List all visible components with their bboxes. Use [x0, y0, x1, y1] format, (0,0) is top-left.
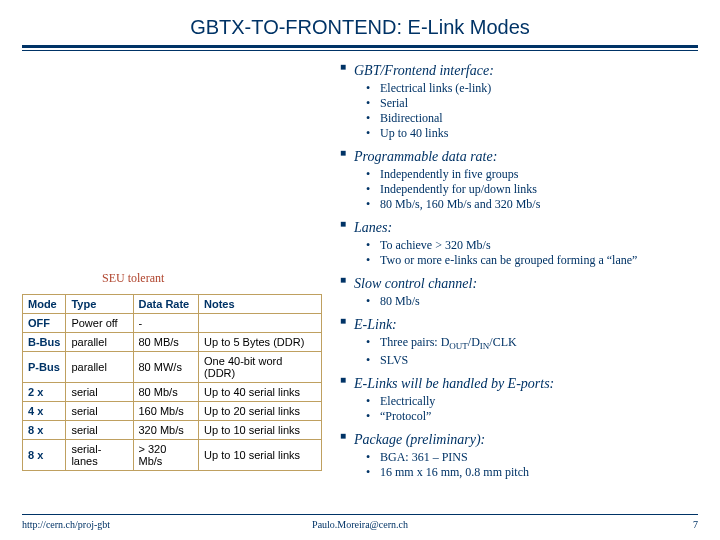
bullet-square-icon: ■: [340, 430, 354, 441]
list-item: Independently for up/down links: [366, 182, 698, 197]
section-items: BGA: 361 – PINS16 mm x 16 mm, 0.8 mm pit…: [366, 450, 698, 480]
table-header: Data Rate: [133, 295, 199, 314]
section: ■E-Links will be handled by E-ports:Elec…: [340, 374, 698, 424]
section-items: 80 Mb/s: [366, 294, 698, 309]
section-title: Slow control channel:: [354, 276, 477, 291]
table-cell: 80 MW/s: [133, 352, 199, 383]
list-item: 80 Mb/s, 160 Mb/s and 320 Mb/s: [366, 197, 698, 212]
section: ■Lanes:To achieve > 320 Mb/sTwo or more …: [340, 218, 698, 268]
section: ■Package (preliminary):BGA: 361 – PINS16…: [340, 430, 698, 480]
footer: http://cern.ch/proj-gbt Paulo.Moreira@ce…: [22, 514, 698, 530]
table-row: OFFPower off-: [23, 314, 322, 333]
section: ■E-Link:Three pairs: DOUT/DIN/CLKSLVS: [340, 315, 698, 368]
table-cell: One 40-bit word (DDR): [199, 352, 322, 383]
table-cell: 80 Mb/s: [133, 383, 199, 402]
table-row: 4 xserial160 Mb/sUp to 20 serial links: [23, 402, 322, 421]
table-cell: 80 MB/s: [133, 333, 199, 352]
section-items: Electrically“Protocol”: [366, 394, 698, 424]
footer-url: http://cern.ch/proj-gbt: [22, 519, 110, 530]
section-title: Programmable data rate:: [354, 149, 497, 164]
title-rule-thin: [22, 50, 698, 51]
table-cell: [199, 314, 322, 333]
list-item: Serial: [366, 96, 698, 111]
bullet-square-icon: ■: [340, 61, 354, 72]
section-title: E-Link:: [354, 317, 397, 332]
section-title: Lanes:: [354, 220, 392, 235]
list-item: BGA: 361 – PINS: [366, 450, 698, 465]
section: ■Programmable data rate:Independently in…: [340, 147, 698, 212]
table-cell: Up to 5 Bytes (DDR): [199, 333, 322, 352]
list-item: Three pairs: DOUT/DIN/CLK: [366, 335, 698, 353]
table-cell: parallel: [66, 333, 133, 352]
modes-table: ModeTypeData RateNotes OFFPower off-B-Bu…: [22, 294, 322, 471]
bullet-square-icon: ■: [340, 274, 354, 285]
section: ■GBT/Frontend interface:Electrical links…: [340, 61, 698, 141]
table-cell: parallel: [66, 352, 133, 383]
section-items: Three pairs: DOUT/DIN/CLKSLVS: [366, 335, 698, 368]
table-cell: Up to 20 serial links: [199, 402, 322, 421]
table-row-head: 8 x: [23, 440, 66, 471]
list-item: “Protocol”: [366, 409, 698, 424]
footer-page-number: 7: [693, 519, 698, 530]
list-item: Bidirectional: [366, 111, 698, 126]
table-cell: Up to 10 serial links: [199, 421, 322, 440]
list-item: 16 mm x 16 mm, 0.8 mm pitch: [366, 465, 698, 480]
table-row: B-Busparallel80 MB/sUp to 5 Bytes (DDR): [23, 333, 322, 352]
table-header: Mode: [23, 295, 66, 314]
list-item: Up to 40 links: [366, 126, 698, 141]
table-row: 8 xserial320 Mb/sUp to 10 serial links: [23, 421, 322, 440]
table-row-head: 2 x: [23, 383, 66, 402]
table-row: 2 xserial80 Mb/sUp to 40 serial links: [23, 383, 322, 402]
seu-tolerant-label: SEU tolerant: [102, 271, 332, 286]
table-cell: serial: [66, 383, 133, 402]
list-item: SLVS: [366, 353, 698, 368]
table-row-head: 8 x: [23, 421, 66, 440]
table-row-head: OFF: [23, 314, 66, 333]
table-row: P-Busparallel80 MW/sOne 40-bit word (DDR…: [23, 352, 322, 383]
list-item: 80 Mb/s: [366, 294, 698, 309]
table-cell: > 320 Mb/s: [133, 440, 199, 471]
table-row-head: B-Bus: [23, 333, 66, 352]
section-items: Electrical links (e-link)SerialBidirecti…: [366, 81, 698, 141]
section-title: GBT/Frontend interface:: [354, 63, 494, 78]
table-row-head: 4 x: [23, 402, 66, 421]
section: ■Slow control channel:80 Mb/s: [340, 274, 698, 309]
bullet-sections: ■GBT/Frontend interface:Electrical links…: [340, 61, 698, 480]
table-cell: -: [133, 314, 199, 333]
table-cell: 160 Mb/s: [133, 402, 199, 421]
section-title: E-Links will be handled by E-ports:: [354, 376, 554, 391]
bullet-square-icon: ■: [340, 147, 354, 158]
table-cell: serial-lanes: [66, 440, 133, 471]
table-header: Notes: [199, 295, 322, 314]
list-item: Electrically: [366, 394, 698, 409]
table-row-head: P-Bus: [23, 352, 66, 383]
section-items: To achieve > 320 Mb/sTwo or more e-links…: [366, 238, 698, 268]
list-item: To achieve > 320 Mb/s: [366, 238, 698, 253]
table-cell: Power off: [66, 314, 133, 333]
list-item: Electrical links (e-link): [366, 81, 698, 96]
title-rule-thick: [22, 45, 698, 48]
section-items: Independently in five groupsIndependentl…: [366, 167, 698, 212]
list-item: Two or more e-links can be grouped formi…: [366, 253, 698, 268]
table-cell: serial: [66, 421, 133, 440]
list-item: Independently in five groups: [366, 167, 698, 182]
table-cell: Up to 40 serial links: [199, 383, 322, 402]
page-title: GBTX-TO-FRONTEND: E-Link Modes: [22, 16, 698, 39]
table-header: Type: [66, 295, 133, 314]
table-row: 8 xserial-lanes> 320 Mb/sUp to 10 serial…: [23, 440, 322, 471]
table-cell: Up to 10 serial links: [199, 440, 322, 471]
table-cell: 320 Mb/s: [133, 421, 199, 440]
section-title: Package (preliminary):: [354, 432, 485, 447]
bullet-square-icon: ■: [340, 315, 354, 326]
table-cell: serial: [66, 402, 133, 421]
bullet-square-icon: ■: [340, 218, 354, 229]
bullet-square-icon: ■: [340, 374, 354, 385]
footer-author: Paulo.Moreira@cern.ch: [22, 519, 698, 530]
